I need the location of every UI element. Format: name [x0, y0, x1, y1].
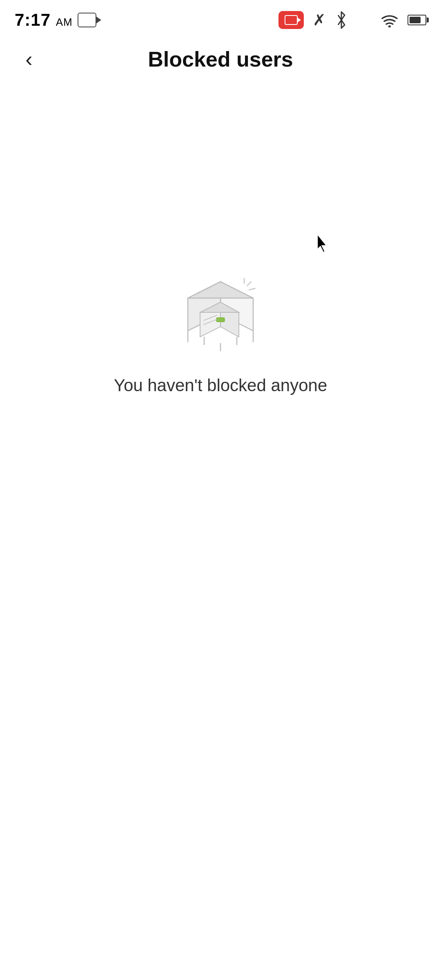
battery-fill	[410, 17, 421, 23]
svg-line-11	[249, 288, 255, 290]
wifi-icon-svg	[381, 13, 399, 27]
bluetooth-icon: ✗	[313, 11, 326, 29]
svg-line-10	[247, 282, 251, 286]
status-right: ✗	[278, 11, 426, 29]
svg-marker-3	[188, 282, 253, 298]
svg-point-0	[388, 25, 391, 27]
moon-icon-svg	[357, 13, 372, 27]
svg-rect-7	[216, 318, 225, 322]
video-call-icon	[78, 13, 96, 27]
app-bar: ‹ Blocked users	[0, 37, 441, 82]
page-title: Blocked users	[148, 47, 293, 71]
status-time: 7:17 AM	[15, 10, 73, 30]
empty-illustration	[167, 270, 274, 359]
back-arrow-icon: ‹	[25, 49, 32, 70]
empty-state: You haven't blocked anyone	[0, 270, 441, 395]
recording-icon	[278, 11, 304, 29]
status-bar: 7:17 AM ✗	[0, 0, 441, 37]
battery-icon	[408, 15, 426, 25]
status-left: 7:17 AM	[15, 10, 96, 30]
empty-message: You haven't blocked anyone	[114, 376, 327, 395]
bluetooth-icon-svg	[335, 11, 348, 29]
recording-icon-inner	[285, 15, 298, 25]
back-button[interactable]: ‹	[15, 45, 43, 74]
status-time-period: AM	[56, 16, 73, 28]
